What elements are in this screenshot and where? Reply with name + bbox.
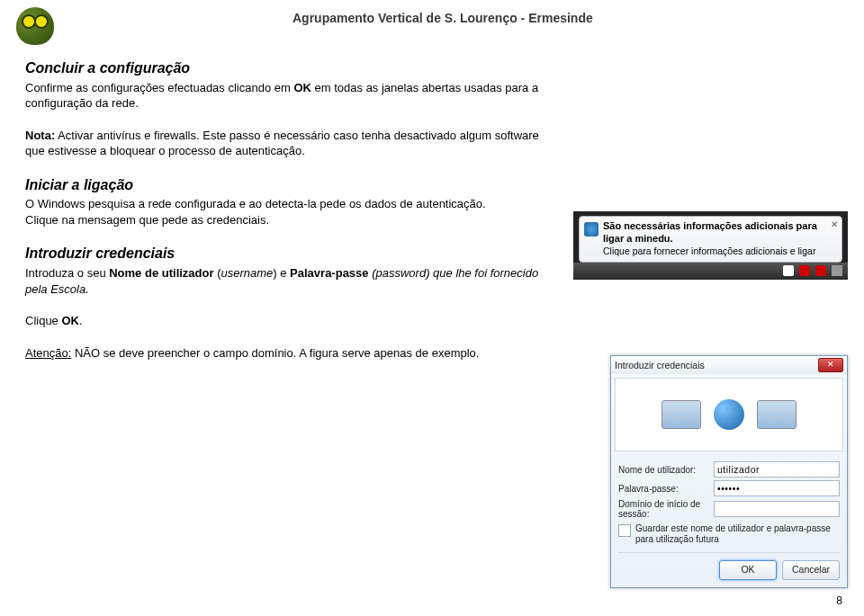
- credentials-dialog: Introduzir credenciais ✕ Nome de utiliza…: [610, 355, 848, 588]
- warning-text: NÃO se deve preencher o campo domínio. A…: [71, 346, 479, 360]
- section-nota: Nota: Activar antivírus e firewalls. Est…: [25, 128, 547, 159]
- section-atencao: Atenção: NÃO se deve preencher o campo d…: [25, 345, 547, 362]
- checkbox-label: Guardar este nome de utilizador e palavr…: [635, 523, 840, 545]
- label-password: Palavra-passe:: [618, 484, 708, 494]
- laptop-icon: [662, 400, 701, 429]
- text: (: [369, 266, 376, 280]
- network-icon: [584, 222, 598, 237]
- text-italic: username: [220, 266, 273, 280]
- page-number: 8: [836, 594, 842, 607]
- cancel-button[interactable]: Cancelar: [782, 560, 840, 580]
- dialog-close-button[interactable]: ✕: [818, 358, 843, 372]
- dialog-form: Nome de utilizador: utilizador Palavra-p…: [611, 455, 847, 587]
- text: ) e: [273, 266, 290, 280]
- globe-icon: [714, 399, 744, 430]
- text: Confirme as configurações efectuadas cli…: [25, 81, 293, 94]
- section-clique-ok: Clique OK.: [25, 313, 547, 329]
- section-concluir-title: Concluir a configuração: [25, 58, 547, 78]
- ok-button[interactable]: OK: [719, 560, 777, 580]
- section-intro-title: Introduzir credenciais: [25, 244, 547, 263]
- doc-header: Agrupamento Vertical de S. Lourenço - Er…: [292, 11, 593, 25]
- content: Concluir a configuração Confirme as conf…: [25, 58, 547, 377]
- monitor-icon: [757, 400, 796, 429]
- taskbar-notification-area: ✕ São necessárias informações adicionais…: [573, 211, 848, 280]
- note-text: Activar antivírus e firewalls. Este pass…: [25, 129, 539, 158]
- label-domain: Domínio de início de sessão:: [618, 499, 708, 519]
- input-password[interactable]: ••••••: [714, 480, 840, 496]
- text: .: [79, 314, 83, 327]
- close-icon[interactable]: ✕: [831, 219, 838, 231]
- checkbox-save-credentials[interactable]: [618, 524, 631, 537]
- text-bold: Nome de utilizador: [109, 266, 213, 280]
- logo: [16, 7, 54, 45]
- tray-icon[interactable]: [783, 265, 794, 276]
- note-label: Nota:: [25, 129, 55, 142]
- text-italic: password: [376, 266, 427, 280]
- balloon-subtitle: Clique para fornecer informações adicion…: [603, 246, 825, 257]
- balloon-notification[interactable]: ✕ São necessárias informações adicionais…: [579, 216, 842, 263]
- tray-icon[interactable]: [815, 265, 826, 276]
- section-iniciar-body: O Windows pesquisa a rede configurada e …: [25, 196, 547, 228]
- warning-label: Atenção:: [25, 346, 71, 360]
- dialog-illustration: [615, 378, 843, 451]
- system-tray: [573, 263, 848, 280]
- section-intro-body: Introduza o seu Nome de utilizador (user…: [25, 265, 547, 297]
- text-bold: Palavra-passe: [290, 266, 368, 280]
- balloon-title: São necessárias informações adicionais p…: [603, 220, 825, 246]
- text: Introduza o seu: [25, 266, 109, 280]
- speaker-icon[interactable]: [832, 265, 842, 276]
- input-username[interactable]: utilizador: [714, 461, 840, 478]
- section-iniciar-title: Iniciar a ligação: [25, 175, 547, 195]
- dialog-title: Introduzir credenciais: [615, 360, 705, 370]
- text: Clique: [25, 314, 61, 327]
- label-username: Nome de utilizador:: [618, 465, 708, 475]
- tray-icon[interactable]: [799, 265, 810, 276]
- text-ok: OK: [293, 81, 311, 94]
- text-bold: OK: [61, 314, 79, 327]
- section-concluir-body: Confirme as configurações efectuadas cli…: [25, 80, 547, 112]
- input-domain[interactable]: [714, 501, 840, 517]
- dialog-title-bar: Introduzir credenciais ✕: [611, 356, 847, 374]
